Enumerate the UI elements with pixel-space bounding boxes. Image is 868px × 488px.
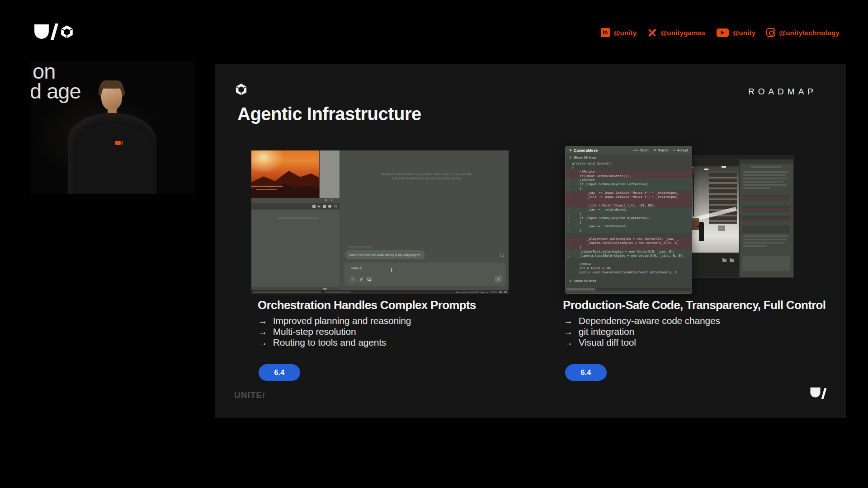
unity-footer-logo xyxy=(810,387,825,400)
component-name: CameraMove xyxy=(574,148,598,153)
scrollbar-thumb[interactable] xyxy=(323,288,327,290)
code-text: if (Input.GetKey(KeyCode.LeftArrow)) xyxy=(572,183,648,186)
ibeam-cursor: I xyxy=(391,267,392,273)
unity-u-icon xyxy=(810,387,821,400)
open-button[interactable]: </>Open xyxy=(633,148,648,152)
bullet-item: →git integration xyxy=(564,326,720,337)
social-item[interactable]: in@unity xyxy=(601,28,637,37)
scene-character xyxy=(699,222,704,241)
diff-gutter: - xyxy=(566,200,572,203)
slash-icon xyxy=(51,23,58,40)
left-column-heading: Orchestration Handles Complex Prompts xyxy=(258,298,476,312)
slide-unity-cube-icon xyxy=(234,82,248,98)
warehouse-scene-view xyxy=(684,160,739,253)
collapse-chevron-icon[interactable] xyxy=(569,150,572,151)
stage: in@unity@unitygames@unity@unitytechnolog… xyxy=(0,0,868,488)
code-line: - _tilt = Mathf.Clamp(_tilt, -89, 89); xyxy=(566,203,692,207)
accept-button[interactable]: ✓Accept xyxy=(673,148,688,152)
x-icon xyxy=(647,28,656,37)
blurred-text-placeholder xyxy=(743,235,788,237)
diff-gutter: - xyxy=(566,191,572,194)
speaker-fringe xyxy=(100,80,123,89)
reject-button[interactable]: ✕Reject xyxy=(653,148,668,152)
screenshot-button[interactable] xyxy=(366,276,373,282)
ceiling xyxy=(684,160,739,166)
assistant-panel-header xyxy=(740,160,793,164)
arrow-icon: → xyxy=(564,327,573,337)
edit-button[interactable] xyxy=(358,276,364,282)
code-line: + _camera.localEulerAngles = new Vector3… xyxy=(566,254,692,258)
assistant-screenshot: a i 33 Surprises and mistakes are possib… xyxy=(251,150,509,294)
horizontal-scrollbar[interactable] xyxy=(251,287,340,290)
bullet-item: →Multi-step resolution xyxy=(258,326,411,337)
bullet-text: Visual diff tool xyxy=(579,337,636,348)
code-line: //Move xyxy=(566,262,692,266)
arrow-icon: → xyxy=(258,316,267,326)
add-attachment-button[interactable]: + xyxy=(350,276,356,282)
code-text: _camera.localEulerAngles = new Vector3(_… xyxy=(572,241,679,245)
refresh-icon[interactable] xyxy=(500,253,504,257)
code-line xyxy=(566,233,692,237)
pillar xyxy=(693,173,694,216)
assistant-input[interactable]: make a I + ↑ xyxy=(344,263,505,286)
code-text: _yaw += _rotateSpeed; xyxy=(572,225,627,228)
scrollbar-thumb[interactable] xyxy=(566,288,595,291)
bullet-item: →Visual diff tool xyxy=(564,337,720,348)
social-item[interactable]: @unity xyxy=(717,28,756,37)
version-badge: 6.4 xyxy=(565,364,607,381)
diff-gutter: + xyxy=(566,229,572,232)
bullet-item: →Improved planning and reasoning xyxy=(258,315,411,326)
linkedin-icon: in xyxy=(601,28,610,37)
assistant-input-value: make a xyxy=(351,266,362,270)
social-item[interactable]: @unitygames xyxy=(647,28,705,37)
send-button[interactable]: ↑ xyxy=(495,276,502,282)
water-streak xyxy=(256,189,277,190)
social-item[interactable]: @unitytechnology xyxy=(766,28,840,37)
editor-titlebar xyxy=(684,155,794,159)
show-lines-bottom[interactable]: ⇅Show 45 lines xyxy=(569,279,596,283)
blurred-label-placeholder xyxy=(348,246,372,249)
code-text: _tilt -= Input.GetAxis("Mouse Y") * _rot… xyxy=(572,195,679,199)
grid-icon[interactable] xyxy=(312,205,316,208)
arrow-icon: → xyxy=(564,316,573,326)
social-handle: @unity xyxy=(732,29,756,37)
code-line xyxy=(566,258,692,262)
mini-diff-row xyxy=(742,231,790,233)
code-text: } xyxy=(572,212,581,216)
instagram-icon xyxy=(766,28,775,37)
play-icon[interactable] xyxy=(318,205,321,208)
info-icon[interactable] xyxy=(328,205,331,208)
blurred-status-placeholder xyxy=(253,291,321,293)
code-line: public void Execute(ActionAttachment att… xyxy=(566,271,692,275)
editor-bottom-panel xyxy=(684,253,739,277)
code-line: - _playerRoot.eulerAngles = new Vector3(… xyxy=(566,237,692,241)
diff-gutter: - xyxy=(566,170,572,174)
memory-status: Allocated: 0.64 GB Objects: 11735 xyxy=(455,291,497,294)
arrow-icon: → xyxy=(564,338,573,348)
code-text: _playerRoot.eulerAngles = new Vector3(0,… xyxy=(572,250,675,253)
code-text: if(Input.GetMouseButton(1)) xyxy=(572,174,631,178)
mini-diff-block xyxy=(742,195,790,233)
code-line: - if(Input.GetMouseButton(1)) xyxy=(566,174,692,178)
diff-gutter: - xyxy=(566,174,572,178)
code-line: + if (Input.GetKey(KeyCode.LeftArrow)) xyxy=(566,182,692,186)
code-text: if (Input.GetKey(KeyCode.RightArrow)) xyxy=(572,216,650,220)
hierarchy-panel xyxy=(251,209,340,287)
assistant-disclaimer: Surprises and mistakes are possible. Mak… xyxy=(379,172,474,180)
diff-scrollbar[interactable] xyxy=(566,288,691,291)
code-line: + _playerRoot.eulerAngles = new Vector3(… xyxy=(566,249,692,253)
diff-gutter: - xyxy=(566,237,572,240)
assistant-side-panel xyxy=(740,160,793,277)
pause-icon[interactable] xyxy=(323,205,326,208)
diff-gutter: - xyxy=(566,246,572,249)
code-text: { xyxy=(572,187,581,190)
code-text: _playerRoot.eulerAngles = new Vector3(0,… xyxy=(572,237,679,241)
code-diff-overlay: CameraMove </>Open ✕Reject ✓Accept ⇅Show… xyxy=(565,146,692,294)
code-line: - //Rotate xyxy=(566,170,692,174)
show-lines-top[interactable]: ⇅Show 38 lines xyxy=(569,155,596,160)
assistant-side-input[interactable] xyxy=(742,256,790,271)
diff-screenshot: CameraMove </>Open ✕Reject ✓Accept ⇅Show… xyxy=(565,146,794,291)
code-text: //Rotate xyxy=(572,170,595,174)
bullet-item: →Dependency-aware code changes xyxy=(564,315,720,326)
blurred-text-placeholder xyxy=(277,217,319,219)
